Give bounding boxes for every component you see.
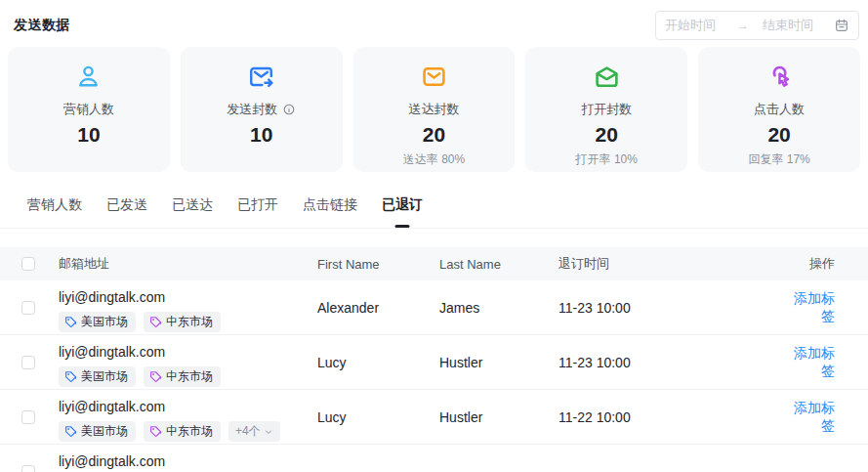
- add-tag-link[interactable]: 添加标签: [794, 345, 835, 378]
- tag-chip: 美国市场: [59, 366, 136, 387]
- send-data-page: 发送数据 开始时间 → 结束时间 营销人数 10 发送封数: [0, 0, 868, 472]
- tag-chip: 中东市场: [144, 421, 221, 442]
- unsubscribe-time-cell: 11-22 10:00: [558, 409, 783, 425]
- tag-chip: 美国市场: [59, 312, 136, 332]
- page-title: 发送数据: [14, 17, 70, 34]
- stat-value: 10: [181, 123, 343, 147]
- tag-icon: [149, 316, 162, 328]
- stat-label: 点击人数: [754, 101, 805, 118]
- email-cell: liyi@dingtalk.com: [59, 445, 317, 472]
- tag-label: 美国市场: [81, 368, 128, 385]
- row-checkbox[interactable]: [21, 301, 35, 315]
- tag-label: 中东市场: [166, 423, 213, 440]
- table-row: liyi@dingtalk.com 美国市场中东市场 Alexander Jam…: [0, 280, 868, 335]
- tag-icon: [149, 425, 162, 438]
- email-address: liyi@dingtalk.com: [59, 344, 317, 361]
- tab-item[interactable]: 营销人数: [27, 193, 82, 228]
- user-icon: [8, 62, 170, 91]
- tag-line: 美国市场中东市场: [59, 366, 317, 387]
- stat-label: 送达封数: [408, 101, 459, 118]
- info-icon[interactable]: [282, 103, 296, 116]
- column-header-first-name: First Name: [317, 257, 439, 272]
- tag-icon: [64, 316, 77, 328]
- add-tag-link[interactable]: 添加标签: [794, 400, 835, 433]
- action-cell: 添加标签: [783, 345, 868, 380]
- stat-card: 点击人数 20 回复率 17%: [698, 47, 860, 172]
- table-row: liyi@dingtalk.com: [0, 445, 868, 472]
- tab-item[interactable]: 已打开: [237, 193, 278, 228]
- tab-bar: 营销人数 已发送 已送达 已打开 点击链接 已退订: [0, 193, 868, 229]
- tab-item[interactable]: 已发送: [106, 193, 147, 228]
- tag-label: 中东市场: [166, 314, 213, 330]
- column-header-action: 操作: [783, 255, 868, 273]
- email-cell: liyi@dingtalk.com 美国市场中东市场+4个: [59, 390, 317, 444]
- end-time-input[interactable]: 结束时间: [763, 17, 813, 34]
- action-cell: 添加标签: [783, 290, 868, 325]
- stat-card: 送达封数 20 送达率 80%: [353, 47, 516, 172]
- table-body: liyi@dingtalk.com 美国市场中东市场 Alexander Jam…: [0, 280, 868, 472]
- row-checkbox[interactable]: [21, 356, 35, 369]
- more-tags-chip[interactable]: +4个: [228, 421, 280, 442]
- stat-card: 营销人数 10: [8, 47, 170, 172]
- column-header-email: 邮箱地址: [59, 255, 317, 273]
- date-range-picker[interactable]: 开始时间 → 结束时间: [655, 11, 859, 40]
- tab-item[interactable]: 点击链接: [303, 193, 357, 228]
- action-cell: 添加标签: [783, 400, 868, 435]
- table-header-row: 邮箱地址 First Name Last Name 退订时间 操作: [0, 247, 868, 280]
- tag-icon: [149, 370, 162, 383]
- select-all-checkbox[interactable]: [21, 257, 35, 271]
- tag-icon: [64, 425, 77, 438]
- stat-sub-rate: 送达率 80%: [353, 151, 516, 168]
- email-address: liyi@dingtalk.com: [59, 453, 317, 470]
- mail-closed-icon: [353, 62, 516, 91]
- stat-sub-rate: 回复率 17%: [698, 151, 860, 168]
- row-checkbox[interactable]: [21, 465, 35, 472]
- email-cell: liyi@dingtalk.com 美国市场中东市场: [59, 335, 317, 389]
- stat-card: 打开封数 20 打开率 10%: [525, 47, 687, 172]
- tag-chip: 中东市场: [144, 366, 221, 387]
- unsubscribe-time-cell: 11-23 10:00: [558, 300, 783, 316]
- column-header-unsubscribe-time: 退订时间: [558, 255, 783, 273]
- topbar: 发送数据 开始时间 → 结束时间: [0, 0, 868, 41]
- tag-label: 美国市场: [81, 314, 128, 330]
- email-address: liyi@dingtalk.com: [59, 399, 317, 415]
- first-name-cell: Lucy: [317, 355, 439, 370]
- tag-chip: 中东市场: [144, 312, 221, 332]
- stat-label: 打开封数: [581, 101, 632, 118]
- stat-sub-rate: 打开率 10%: [525, 151, 687, 168]
- more-tags-label: +4个: [235, 423, 261, 440]
- tab-item[interactable]: 已退订: [382, 193, 423, 228]
- add-tag-link[interactable]: 添加标签: [794, 290, 835, 323]
- stat-label: 营销人数: [63, 101, 114, 118]
- stat-label: 发送封数: [227, 101, 277, 118]
- email-address: liyi@dingtalk.com: [59, 289, 317, 306]
- stats-row: 营销人数 10 发送封数 10 送达封数 20 送达率 80% 打: [8, 47, 860, 172]
- table-row: liyi@dingtalk.com 美国市场中东市场 Lucy Hustler …: [0, 335, 868, 390]
- tag-label: 美国市场: [81, 423, 128, 440]
- stat-value: 20: [698, 123, 860, 147]
- first-name-cell: Lucy: [317, 409, 439, 425]
- row-checkbox[interactable]: [21, 410, 35, 424]
- last-name-cell: James: [439, 300, 558, 316]
- stat-value: 20: [525, 123, 687, 147]
- email-cell: liyi@dingtalk.com 美国市场中东市场: [59, 280, 317, 334]
- start-time-input[interactable]: 开始时间: [665, 17, 716, 34]
- chevron-down-icon: [264, 427, 273, 437]
- stat-value: 10: [8, 123, 170, 147]
- send-mail-icon: [181, 62, 343, 91]
- calendar-icon[interactable]: [834, 18, 849, 33]
- tag-line: 美国市场中东市场+4个: [59, 421, 317, 442]
- last-name-cell: Hustler: [439, 355, 558, 370]
- tab-item[interactable]: 已送达: [172, 193, 213, 228]
- stat-value: 20: [353, 123, 516, 147]
- tag-chip: 美国市场: [59, 421, 136, 442]
- last-name-cell: Hustler: [439, 409, 558, 425]
- tag-icon: [64, 370, 77, 383]
- tag-label: 中东市场: [166, 368, 213, 385]
- column-header-last-name: Last Name: [439, 257, 558, 272]
- stat-card: 发送封数 10: [181, 47, 343, 172]
- tap-icon: [698, 62, 860, 91]
- range-arrow-icon: →: [737, 19, 749, 32]
- mail-open-icon: [525, 62, 687, 91]
- tag-line: 美国市场中东市场: [59, 312, 317, 332]
